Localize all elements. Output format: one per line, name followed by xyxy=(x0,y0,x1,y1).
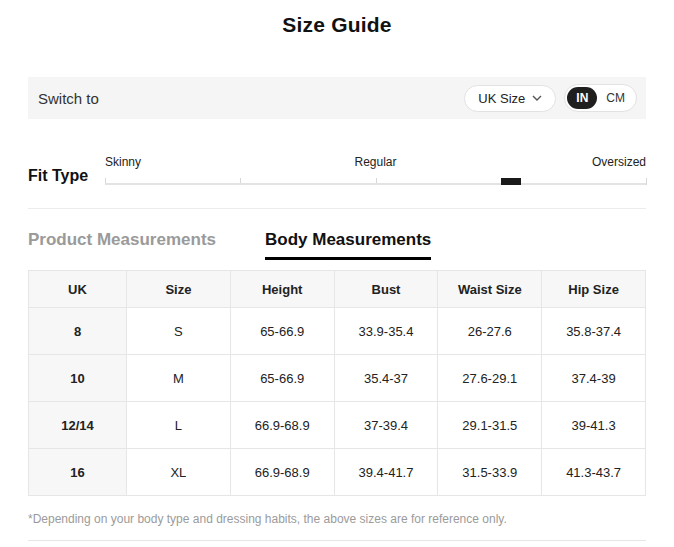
cell-bust: 33.9-35.4 xyxy=(334,308,438,355)
col-header-hip: Hip Size xyxy=(542,271,646,308)
cell-uk: 16 xyxy=(29,449,127,496)
cell-hip: 35.8-37.4 xyxy=(542,308,646,355)
cell-uk: 8 xyxy=(29,308,127,355)
unit-option-cm[interactable]: CM xyxy=(597,87,634,109)
unit-toggle[interactable]: IN CM xyxy=(564,84,637,112)
cell-bust: 39.4-41.7 xyxy=(334,449,438,496)
table-row: 16 XL 66.9-68.9 39.4-41.7 31.5-33.9 41.3… xyxy=(29,449,646,496)
fit-type-label: Fit Type xyxy=(28,167,105,185)
col-header-waist: Waist Size xyxy=(438,271,542,308)
measurement-tabs: Product Measurements Body Measurements xyxy=(28,230,646,260)
table-row: 10 M 65-66.9 35.4-37 27.6-29.1 37.4-39 xyxy=(29,355,646,402)
col-header-height: Height xyxy=(230,271,334,308)
disclaimer-text: *Depending on your body type and dressin… xyxy=(28,512,646,526)
fit-option-skinny[interactable]: Skinny xyxy=(105,155,141,169)
cell-height: 66.9-68.9 xyxy=(230,449,334,496)
size-table: UK Size Height Bust Waist Size Hip Size … xyxy=(28,270,646,496)
cell-waist: 29.1-31.5 xyxy=(438,402,542,449)
cell-size: XL xyxy=(127,449,231,496)
cell-size: S xyxy=(127,308,231,355)
unit-option-in[interactable]: IN xyxy=(567,87,597,109)
cell-waist: 27.6-29.1 xyxy=(438,355,542,402)
cell-uk: 12/14 xyxy=(29,402,127,449)
cell-height: 65-66.9 xyxy=(230,355,334,402)
cell-waist: 26-27.6 xyxy=(438,308,542,355)
cell-size: L xyxy=(127,402,231,449)
fit-type-options: Skinny Regular Oversized xyxy=(105,155,646,170)
fit-option-regular[interactable]: Regular xyxy=(354,155,396,169)
cell-hip: 39-41.3 xyxy=(542,402,646,449)
cell-height: 65-66.9 xyxy=(230,308,334,355)
table-header-row: UK Size Height Bust Waist Size Hip Size xyxy=(29,271,646,308)
tab-body-measurements[interactable]: Body Measurements xyxy=(265,230,431,260)
col-header-bust: Bust xyxy=(334,271,438,308)
fit-type-section: Fit Type Skinny Regular Oversized xyxy=(28,155,646,185)
cell-hip: 37.4-39 xyxy=(542,355,646,402)
size-system-value: UK Size xyxy=(478,91,525,106)
cell-uk: 10 xyxy=(29,355,127,402)
page-title: Size Guide xyxy=(28,0,646,37)
fit-type-slider[interactable]: Skinny Regular Oversized xyxy=(105,155,646,185)
section-divider xyxy=(28,208,646,209)
size-system-dropdown[interactable]: UK Size xyxy=(464,85,556,112)
fit-option-oversized[interactable]: Oversized xyxy=(592,155,646,169)
slider-tick xyxy=(646,178,647,185)
chevron-down-icon xyxy=(532,95,542,101)
cell-size: M xyxy=(127,355,231,402)
tab-product-measurements[interactable]: Product Measurements xyxy=(28,230,216,260)
switch-to-label: Switch to xyxy=(38,90,99,107)
cell-bust: 35.4-37 xyxy=(334,355,438,402)
cell-height: 66.9-68.9 xyxy=(230,402,334,449)
cell-bust: 37-39.4 xyxy=(334,402,438,449)
col-header-size: Size xyxy=(127,271,231,308)
cell-waist: 31.5-33.9 xyxy=(438,449,542,496)
bottom-divider xyxy=(28,540,646,541)
fit-type-track[interactable] xyxy=(105,178,646,185)
slider-baseline xyxy=(105,183,646,185)
col-header-uk: UK xyxy=(29,271,127,308)
size-guide-page: Size Guide Switch to UK Size IN CM Fit T… xyxy=(0,0,674,541)
switch-controls: UK Size IN CM xyxy=(464,84,637,112)
slider-handle[interactable] xyxy=(501,178,521,185)
cell-hip: 41.3-43.7 xyxy=(542,449,646,496)
switch-bar: Switch to UK Size IN CM xyxy=(28,77,646,119)
table-row: 8 S 65-66.9 33.9-35.4 26-27.6 35.8-37.4 xyxy=(29,308,646,355)
table-row: 12/14 L 66.9-68.9 37-39.4 29.1-31.5 39-4… xyxy=(29,402,646,449)
